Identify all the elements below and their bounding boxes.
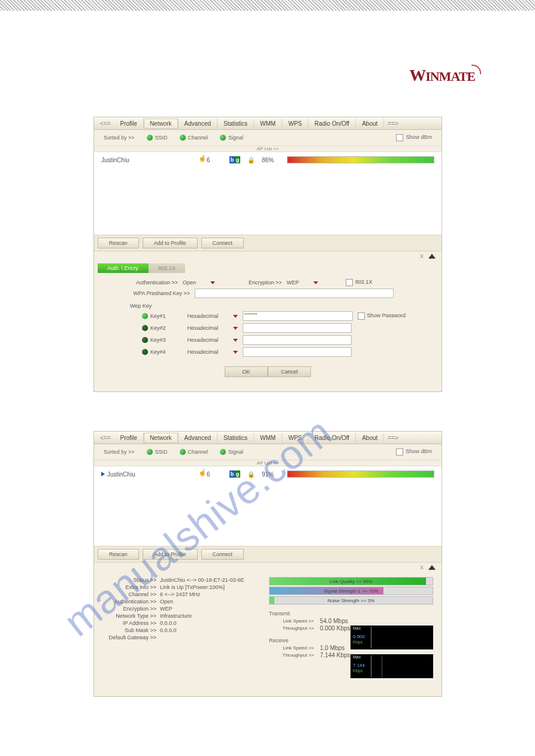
psk-label: WPA Preshared Key >>: [112, 290, 190, 296]
key2-radio[interactable]: Key#2: [142, 325, 166, 332]
key1-format-dropdown[interactable]: Hexadecimal: [188, 313, 238, 319]
link-quality-bar: Link Quality >> 96%: [269, 577, 433, 585]
tab-network[interactable]: Network: [144, 433, 179, 443]
ok-button[interactable]: OK: [225, 366, 268, 377]
encryption-dropdown[interactable]: WEP: [287, 280, 319, 286]
ap-percent: 86%: [262, 157, 280, 163]
collapse-up-icon[interactable]: [428, 565, 436, 570]
auth-label: Authentication >>: [102, 599, 156, 605]
cancel-button[interactable]: Cancel: [268, 366, 311, 377]
key1-input[interactable]: *******: [243, 311, 353, 321]
8021x-checkbox[interactable]: 802.1X: [346, 279, 373, 286]
key4-radio[interactable]: Key#4: [142, 349, 166, 356]
tab-wps[interactable]: WPS: [282, 433, 309, 443]
tab-radio[interactable]: Radio On/Off: [309, 119, 356, 129]
tx-linkspeed-label: Link Speed >>: [269, 618, 314, 624]
nettype-value: Infrastructure: [160, 613, 192, 619]
add-profile-button[interactable]: Add to Profile: [143, 549, 198, 560]
sort-ssid[interactable]: SSID: [147, 449, 168, 456]
tab-prev[interactable]: <==: [96, 435, 114, 441]
sort-label: Sorted by >>: [104, 449, 135, 455]
close-icon[interactable]: X: [420, 253, 424, 259]
hand-icon: [198, 470, 205, 478]
rx-linkspeed-value: 1.0 Mbps: [320, 645, 344, 651]
tab-prev[interactable]: <==: [96, 120, 114, 127]
tab-advanced[interactable]: Advanced: [179, 119, 217, 129]
tab-radio[interactable]: Radio On/Off: [309, 433, 356, 443]
bg-mode-icon: bg: [229, 470, 240, 478]
signal-bar: [287, 156, 434, 163]
ap-list: JustinChiu 6 bg 🔒 86%: [94, 152, 442, 235]
rx-throughput-label: Throughput >>: [269, 652, 314, 658]
key2-format-dropdown[interactable]: Hexadecimal: [188, 325, 238, 331]
dialog-buttons: OK Cancel: [112, 366, 424, 377]
rescan-button[interactable]: Rescan: [98, 549, 139, 560]
tab-network[interactable]: Network: [144, 119, 179, 129]
tab-advanced[interactable]: Advanced: [179, 433, 217, 443]
status-label: Status >>: [102, 577, 156, 583]
auth-subtabs: Auth. \ Encry. 802.1X: [94, 261, 442, 273]
tab-wmm[interactable]: WMM: [254, 119, 282, 129]
tx-graph-value: 0.000: [353, 634, 365, 639]
key4-input[interactable]: [243, 347, 352, 357]
encryption-label: Encryption >>: [249, 280, 282, 286]
sort-signal[interactable]: Signal: [220, 135, 243, 141]
auth-value: Open: [160, 599, 173, 605]
channel-label: Channel >>: [102, 591, 156, 597]
chevron-down-icon: [233, 327, 238, 330]
chevron-down-icon: [233, 315, 238, 318]
close-icon[interactable]: X: [420, 564, 424, 570]
ap-row[interactable]: JustinChiu 6 bg 🔒 91%: [101, 469, 434, 479]
ap-row[interactable]: JustinChiu 6 bg 🔒 86%: [101, 154, 434, 165]
key1-radio[interactable]: Key#1: [142, 313, 166, 320]
ap-channel: 6: [198, 156, 222, 163]
ap-buttons: Rescan Add to Profile Connect: [94, 546, 442, 562]
enc-label: Encryption >>: [102, 606, 156, 612]
psk-input[interactable]: [195, 289, 394, 298]
rx-throughput-value: 7.144 Kbps: [320, 652, 350, 658]
ap-buttons: Rescan Add to Profile Connect: [94, 235, 442, 251]
connect-button[interactable]: Connect: [201, 549, 244, 560]
tab-profile[interactable]: Profile: [114, 433, 144, 443]
add-profile-button[interactable]: Add to Profile: [143, 238, 198, 248]
ap-list-header: AP List >>: [94, 146, 442, 152]
rescan-button[interactable]: Rescan: [98, 238, 139, 248]
subtab-8021x[interactable]: 802.1X: [149, 263, 185, 273]
tab-about[interactable]: About: [356, 119, 384, 129]
ap-ssid: JustinChiu: [101, 157, 191, 163]
panel-close-bar: X: [94, 562, 442, 572]
key3-format-dropdown[interactable]: Hexadecimal: [188, 337, 238, 343]
rx-graph-value: 7.144: [353, 663, 365, 668]
tab-wps[interactable]: WPS: [282, 119, 309, 129]
show-password-checkbox[interactable]: Show Password: [358, 312, 406, 320]
rx-graph-unit: Kbps: [353, 669, 362, 673]
tab-statistics[interactable]: Statistics: [217, 119, 254, 129]
signal-strength-bar: Signal Strength 1 >> 70%: [269, 587, 433, 595]
key2-input[interactable]: [243, 323, 352, 333]
connect-button[interactable]: Connect: [201, 238, 244, 248]
tab-next[interactable]: ==>: [384, 435, 402, 441]
tab-profile[interactable]: Profile: [114, 119, 144, 129]
tx-throughput-value: 0.000 Kbps: [320, 625, 350, 631]
tab-about[interactable]: About: [356, 433, 384, 443]
tab-wmm[interactable]: WMM: [254, 433, 282, 443]
authentication-dropdown[interactable]: Open: [183, 280, 215, 286]
rx-max-label: Max: [353, 655, 361, 659]
tab-next[interactable]: ==>: [384, 120, 402, 127]
key4-format-dropdown[interactable]: Hexadecimal: [188, 349, 238, 355]
key3-radio[interactable]: Key#3: [142, 337, 166, 344]
subtab-auth-encry[interactable]: Auth. \ Encry.: [98, 263, 149, 273]
collapse-up-icon[interactable]: [428, 254, 436, 259]
sort-channel[interactable]: Channel: [180, 135, 208, 141]
sort-ssid[interactable]: SSID: [147, 135, 168, 141]
sort-channel[interactable]: Channel: [180, 449, 208, 456]
show-dbm-checkbox[interactable]: Show dBm: [396, 448, 432, 456]
tab-bar: <== Profile Network Advanced Statistics …: [94, 117, 442, 130]
screenshot-status-panel: <== Profile Network Advanced Statistics …: [93, 431, 442, 697]
nettype-label: Network Type >>: [102, 613, 156, 619]
key3-input[interactable]: [243, 335, 352, 345]
tab-statistics[interactable]: Statistics: [217, 433, 254, 443]
sort-signal[interactable]: Signal: [220, 449, 243, 456]
signal-bar: [287, 470, 434, 478]
show-dbm-checkbox[interactable]: Show dBm: [396, 134, 432, 141]
